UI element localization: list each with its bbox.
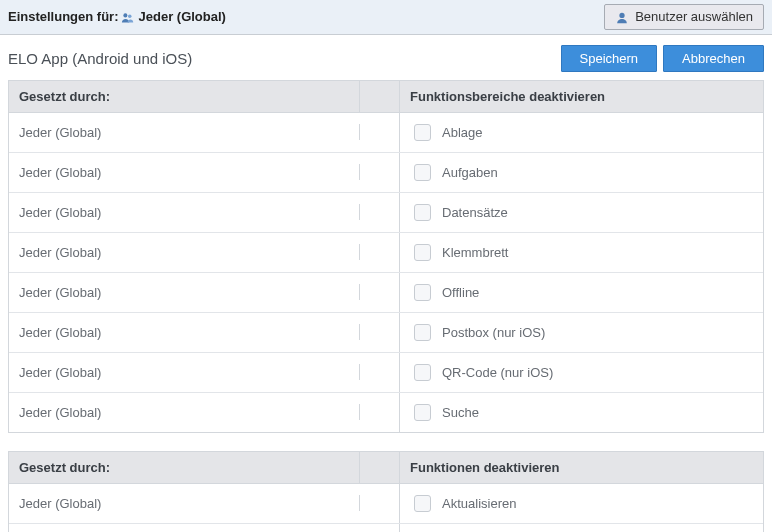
cell-setby: Jeder (Global): [9, 488, 359, 519]
table-row: Jeder (Global)Datensätze: [9, 193, 763, 233]
cell-gap: [359, 204, 399, 220]
header-function: Funktionen deaktivieren: [399, 452, 763, 483]
cell-setby: Jeder (Global): [9, 317, 359, 348]
cell-function: QR-Code (nur iOS): [399, 353, 763, 392]
section-title: ELO App (Android und iOS): [8, 50, 192, 67]
function-checkbox[interactable]: [414, 164, 431, 181]
header-gap: [359, 452, 399, 483]
table-row: Jeder (Global)Als Favorit speichern: [9, 524, 763, 532]
function-checkbox[interactable]: [414, 324, 431, 341]
cell-setby: Jeder (Global): [9, 277, 359, 308]
table-row: Jeder (Global)Aktualisieren: [9, 484, 763, 524]
save-button[interactable]: Speichern: [561, 45, 658, 72]
table-function-areas: Gesetzt durch: Funktionsbereiche deaktiv…: [8, 80, 764, 433]
function-checkbox[interactable]: [414, 404, 431, 421]
table-header: Gesetzt durch: Funktionsbereiche deaktiv…: [9, 80, 763, 113]
select-user-button[interactable]: Benutzer auswählen: [604, 4, 764, 30]
cell-gap: [359, 495, 399, 511]
select-user-label: Benutzer auswählen: [635, 9, 753, 24]
function-label: Aktualisieren: [442, 496, 516, 511]
cell-gap: [359, 244, 399, 260]
table-row: Jeder (Global)Postbox (nur iOS): [9, 313, 763, 353]
function-label: Suche: [442, 405, 479, 420]
function-checkbox[interactable]: [414, 364, 431, 381]
function-label: Ablage: [442, 125, 482, 140]
svg-point-1: [128, 14, 132, 18]
cell-function: Klemmbrett: [399, 233, 763, 272]
cell-setby: Jeder (Global): [9, 397, 359, 428]
header-function: Funktionsbereiche deaktivieren: [399, 81, 763, 112]
cell-gap: [359, 364, 399, 380]
svg-point-0: [123, 13, 127, 17]
cell-function: Ablage: [399, 113, 763, 152]
table-header: Gesetzt durch: Funktionen deaktivieren: [9, 451, 763, 484]
settings-for-label: Einstellungen für:: [8, 9, 119, 24]
cell-setby: Jeder (Global): [9, 357, 359, 388]
header-setby: Gesetzt durch:: [9, 452, 359, 483]
table-row: Jeder (Global)Aufgaben: [9, 153, 763, 193]
cell-function: Offline: [399, 273, 763, 312]
table-row: Jeder (Global)Klemmbrett: [9, 233, 763, 273]
function-checkbox[interactable]: [414, 244, 431, 261]
header-gap: [359, 81, 399, 112]
table-row: Jeder (Global)Suche: [9, 393, 763, 432]
function-label: Klemmbrett: [442, 245, 508, 260]
cell-gap: [359, 164, 399, 180]
cell-function: Postbox (nur iOS): [399, 313, 763, 352]
topbar: Einstellungen für: Jeder (Global) Benutz…: [0, 0, 772, 35]
svg-point-2: [620, 12, 625, 17]
cell-function: Aktualisieren: [399, 484, 763, 523]
users-icon: [121, 9, 135, 25]
cell-function: Suche: [399, 393, 763, 432]
cell-setby: Jeder (Global): [9, 117, 359, 148]
current-user: Jeder (Global): [139, 9, 226, 24]
cell-gap: [359, 404, 399, 420]
function-checkbox[interactable]: [414, 124, 431, 141]
cell-function: Datensätze: [399, 193, 763, 232]
function-label: Aufgaben: [442, 165, 498, 180]
section-header: ELO App (Android und iOS) Speichern Abbr…: [0, 35, 772, 80]
table-row: Jeder (Global)Ablage: [9, 113, 763, 153]
cell-setby: Jeder (Global): [9, 157, 359, 188]
cancel-button[interactable]: Abbrechen: [663, 45, 764, 72]
cell-setby: Jeder (Global): [9, 528, 359, 532]
function-checkbox[interactable]: [414, 284, 431, 301]
cell-gap: [359, 124, 399, 140]
table-row: Jeder (Global)QR-Code (nur iOS): [9, 353, 763, 393]
cell-function: Aufgaben: [399, 153, 763, 192]
settings-for: Einstellungen für: Jeder (Global): [8, 9, 226, 25]
cell-setby: Jeder (Global): [9, 237, 359, 268]
function-label: QR-Code (nur iOS): [442, 365, 553, 380]
cell-gap: [359, 284, 399, 300]
function-checkbox[interactable]: [414, 204, 431, 221]
cell-function: Als Favorit speichern: [399, 524, 763, 532]
table-row: Jeder (Global)Offline: [9, 273, 763, 313]
action-buttons: Speichern Abbrechen: [561, 45, 764, 72]
function-label: Postbox (nur iOS): [442, 325, 545, 340]
function-label: Datensätze: [442, 205, 508, 220]
cell-setby: Jeder (Global): [9, 197, 359, 228]
function-label: Offline: [442, 285, 479, 300]
cell-gap: [359, 324, 399, 340]
user-icon: [615, 9, 629, 25]
table-functions: Gesetzt durch: Funktionen deaktivieren J…: [8, 451, 764, 532]
header-setby: Gesetzt durch:: [9, 81, 359, 112]
function-checkbox[interactable]: [414, 495, 431, 512]
